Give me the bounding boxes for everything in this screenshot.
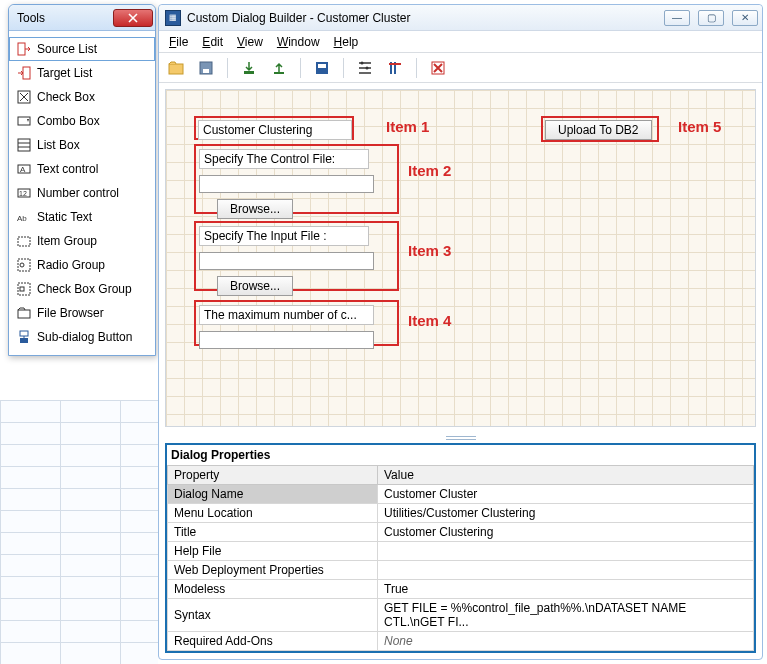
tool-target-list[interactable]: Target List: [9, 61, 155, 85]
svg-point-25: [361, 61, 364, 64]
grip-icon: [446, 436, 476, 440]
tool-radio-group[interactable]: Radio Group: [9, 253, 155, 277]
prop-value[interactable]: [378, 561, 754, 580]
design-upload-box[interactable]: Upload To DB2: [541, 116, 659, 142]
maximize-button[interactable]: ▢: [698, 10, 724, 26]
tool-checkbox-group[interactable]: Check Box Group: [9, 277, 155, 301]
prop-row[interactable]: Required Add-OnsNone: [168, 632, 754, 651]
annotation-item4: Item 4: [408, 312, 451, 329]
tools-titlebar[interactable]: Tools: [9, 5, 155, 31]
header-value[interactable]: Value: [378, 466, 754, 485]
svg-rect-15: [18, 310, 30, 318]
tools-close-button[interactable]: [113, 9, 153, 27]
toolbar-install-button[interactable]: [238, 57, 260, 79]
toolbar-uninstall-button[interactable]: [268, 57, 290, 79]
menu-edit[interactable]: Edit: [202, 35, 223, 49]
prop-row[interactable]: Help File: [168, 542, 754, 561]
tool-file-browser[interactable]: File Browser: [9, 301, 155, 325]
design-canvas[interactable]: Customer Clustering Item 1 Specify The C…: [165, 89, 756, 427]
tools-palette-window: Tools Source List Target List Check Box …: [8, 4, 156, 356]
tool-text-control[interactable]: A Text control: [9, 157, 155, 181]
checkbox-group-icon: [17, 282, 31, 296]
combobox-icon: [17, 114, 31, 128]
max-number-input[interactable]: [199, 331, 374, 349]
properties-header-row: Property Value: [168, 466, 754, 485]
checkbox-icon: [17, 90, 31, 104]
svg-rect-21: [244, 71, 254, 74]
static-text-icon: Ab: [17, 210, 31, 224]
svg-text:Ab: Ab: [17, 214, 27, 223]
control-file-label: Specify The Control File:: [199, 149, 369, 169]
control-file-browse-button[interactable]: Browse...: [217, 199, 293, 219]
prop-value[interactable]: None: [378, 632, 754, 651]
tool-label: Check Box: [37, 90, 95, 104]
toolbar-script-button[interactable]: [384, 57, 406, 79]
prop-row[interactable]: TitleCustomer Clustering: [168, 523, 754, 542]
properties-table: Property Value Dialog NameCustomer Clust…: [167, 465, 754, 651]
source-list-icon: [17, 42, 31, 56]
tool-subdialog-button[interactable]: Sub-dialog Button: [9, 325, 155, 349]
menu-view[interactable]: View: [237, 35, 263, 49]
svg-rect-24: [318, 64, 326, 68]
svg-rect-20: [203, 69, 209, 73]
toolbar-sep: [227, 58, 228, 78]
annotation-item1: Item 1: [386, 118, 429, 135]
tool-source-list[interactable]: Source List: [9, 37, 155, 61]
file-browser-icon: [17, 306, 31, 320]
tool-label: Number control: [37, 186, 119, 200]
menubar: File Edit View Window Help: [159, 31, 762, 53]
toolbar-save-button[interactable]: [195, 57, 217, 79]
control-file-input[interactable]: [199, 175, 374, 193]
prop-row[interactable]: Dialog NameCustomer Cluster: [168, 485, 754, 504]
menu-help[interactable]: Help: [334, 35, 359, 49]
splitter[interactable]: [159, 433, 762, 443]
main-titlebar[interactable]: ▦ Custom Dialog Builder - Customer Clust…: [159, 5, 762, 31]
prop-value[interactable]: Customer Cluster: [378, 485, 754, 504]
listbox-icon: [17, 138, 31, 152]
svg-rect-1: [23, 67, 30, 79]
prop-value[interactable]: Utilities/Customer Clustering: [378, 504, 754, 523]
tool-combobox[interactable]: Combo Box: [9, 109, 155, 133]
design-input-file-box[interactable]: Specify The Input File : Browse...: [194, 221, 399, 291]
prop-value[interactable]: GET FILE = %%control_file_path%%.\nDATAS…: [378, 599, 754, 632]
svg-rect-10: [18, 237, 30, 246]
folder-icon: [168, 60, 184, 76]
header-property[interactable]: Property: [168, 466, 378, 485]
input-file-input[interactable]: [199, 252, 374, 270]
menu-window[interactable]: Window: [277, 35, 320, 49]
svg-text:12: 12: [19, 190, 27, 197]
prop-value[interactable]: [378, 542, 754, 561]
design-title-box[interactable]: Customer Clustering: [194, 116, 354, 140]
minimize-button[interactable]: —: [664, 10, 690, 26]
tool-checkbox[interactable]: Check Box: [9, 85, 155, 109]
canvas-wrap: Customer Clustering Item 1 Specify The C…: [159, 83, 762, 659]
toolbar-new-button[interactable]: [165, 57, 187, 79]
tool-label: Target List: [37, 66, 92, 80]
toolbar-props-button[interactable]: [354, 57, 376, 79]
tool-item-group[interactable]: Item Group: [9, 229, 155, 253]
prop-name: Syntax: [168, 599, 378, 632]
toolbar-preview-button[interactable]: [311, 57, 333, 79]
prop-value[interactable]: True: [378, 580, 754, 599]
minimize-icon: —: [672, 12, 682, 23]
tool-static-text[interactable]: Ab Static Text: [9, 205, 155, 229]
prop-row[interactable]: ModelessTrue: [168, 580, 754, 599]
toolbar-delete-button[interactable]: [427, 57, 449, 79]
subdialog-icon: [17, 330, 31, 344]
prop-row[interactable]: SyntaxGET FILE = %%control_file_path%%.\…: [168, 599, 754, 632]
design-control-file-box[interactable]: Specify The Control File: Browse...: [194, 144, 399, 214]
tool-listbox[interactable]: List Box: [9, 133, 155, 157]
close-button[interactable]: ✕: [732, 10, 758, 26]
design-max-box[interactable]: The maximum number of c...: [194, 300, 399, 346]
upload-button[interactable]: Upload To DB2: [545, 120, 652, 140]
prop-name: Help File: [168, 542, 378, 561]
input-file-browse-button[interactable]: Browse...: [217, 276, 293, 296]
annotation-item2: Item 2: [408, 162, 451, 179]
prop-name: Menu Location: [168, 504, 378, 523]
tool-number-control[interactable]: 12 Number control: [9, 181, 155, 205]
prop-value[interactable]: Customer Clustering: [378, 523, 754, 542]
prop-row[interactable]: Menu LocationUtilities/Customer Clusteri…: [168, 504, 754, 523]
svg-rect-4: [18, 139, 30, 151]
prop-row[interactable]: Web Deployment Properties: [168, 561, 754, 580]
menu-file[interactable]: File: [169, 35, 188, 49]
